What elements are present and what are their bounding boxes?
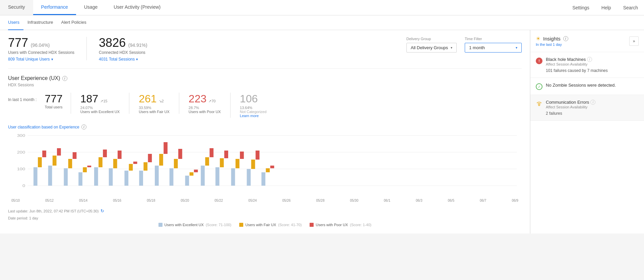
ok-icon: ✓	[536, 83, 542, 90]
svg-rect-50	[247, 169, 251, 186]
delivery-group-select[interactable]: All Delivery Groups ▾	[406, 43, 457, 53]
svg-text:200: 200	[17, 151, 25, 154]
connected-users-value: 777	[8, 36, 28, 50]
time-filter-group: Time Filter 1 month ▾	[465, 37, 522, 53]
learn-more-link[interactable]: Learn more	[240, 114, 267, 118]
legend-dot-poor	[310, 223, 314, 227]
svg-text:300: 300	[17, 134, 25, 137]
nav-tab-user-activity[interactable]: User Activity (Preview)	[106, 0, 169, 15]
main-content: 777 (96.04%) Users with Connected HDX Se…	[0, 30, 644, 234]
legend-dot-fair	[239, 223, 243, 227]
svg-rect-46	[224, 151, 228, 158]
comm-errors-info-icon[interactable]: i	[590, 100, 595, 105]
legend-excellent: Users with Excellent UX (Score: 71-100)	[158, 223, 232, 227]
right-panel: ☀ Insights i In the last 1 day » !	[530, 30, 644, 234]
chart-footer: Last update: Jun 8th, 2022, 07:42 PM IST…	[8, 208, 522, 213]
svg-rect-36	[174, 159, 178, 168]
top-nav-left: SecurityPerformanceUsageUser Activity (P…	[0, 0, 566, 15]
svg-rect-43	[210, 148, 214, 157]
nav-tab-usage[interactable]: Usage	[76, 0, 106, 15]
ux-stat-uncategorized: 106 13.64% Not Categorized Learn more	[230, 93, 276, 118]
ux-poor-pct: 28.7%	[189, 106, 221, 110]
svg-rect-55	[270, 166, 274, 168]
comm-errors-name: Communication Errors i	[546, 100, 595, 105]
top-nav: SecurityPerformanceUsageUser Activity (P…	[0, 0, 644, 15]
stats-row: 777 (96.04%) Users with Connected HDX Se…	[8, 37, 522, 69]
svg-rect-21	[99, 157, 103, 167]
svg-rect-30	[143, 162, 147, 171]
svg-rect-32	[155, 166, 159, 186]
insight-black-hole-header: ! Black hole Machines i Affect Session A…	[536, 57, 639, 66]
ux-poor-label: Users with Poor UX	[189, 110, 221, 114]
ux-fair-pct: 33.59%	[139, 106, 170, 110]
time-filter-label: Time Filter	[465, 37, 522, 41]
insights-header-left: ☀ Insights i In the last 1 day	[536, 35, 568, 46]
ux-excellent-trend: ↗15	[100, 99, 107, 103]
connected-sessions-block: 3826 (94.91%) Connected HDX Sessions 403…	[99, 37, 159, 62]
ux-info-icon[interactable]: i	[62, 76, 67, 81]
ux-uncategorized-label: Not Categorized	[240, 110, 267, 114]
svg-rect-14	[64, 168, 68, 186]
insight-black-hole: ! Black hole Machines i Affect Session A…	[530, 52, 644, 78]
svg-rect-31	[148, 154, 152, 162]
svg-rect-54	[266, 168, 270, 172]
chart-info-icon[interactable]: i	[81, 124, 86, 129]
insights-subtitle: In the last 1 day	[536, 42, 568, 46]
nav-right-help[interactable]: Help	[595, 5, 617, 10]
sub-nav-users[interactable]: Users	[8, 15, 23, 30]
connected-sessions-number: 3826 (94.91%)	[99, 37, 147, 49]
svg-rect-44	[215, 167, 219, 186]
svg-rect-20	[94, 167, 98, 186]
insight-zombie-header: ✓ No Zombie Sessions were detected.	[536, 83, 639, 90]
svg-rect-26	[124, 171, 128, 186]
svg-rect-52	[256, 151, 260, 160]
ux-poor-num: 223	[189, 93, 206, 105]
svg-rect-28	[133, 162, 137, 164]
svg-rect-13	[57, 148, 61, 156]
ux-fair-label: Users with Fair UX	[139, 110, 170, 114]
ux-total-label: Total users	[45, 105, 62, 109]
svg-text:0: 0	[22, 184, 25, 188]
ux-excellent-pct: 24.07%	[80, 106, 120, 110]
delivery-group-label: Delivery Group	[406, 37, 457, 41]
svg-rect-35	[170, 168, 174, 186]
svg-rect-25	[118, 151, 122, 159]
connected-sessions-value: 3826	[99, 36, 126, 50]
insight-zombie: ✓ No Zombie Sessions were detected.	[530, 78, 644, 95]
nav-right-search[interactable]: Search	[617, 5, 644, 10]
ux-stat-total: 777 Total users	[45, 93, 70, 109]
bar-chart: 300 200 100 0	[8, 132, 522, 199]
svg-rect-15	[68, 159, 72, 168]
svg-rect-34	[164, 142, 168, 154]
black-hole-info-icon[interactable]: i	[587, 57, 592, 62]
total-sessions-link[interactable]: 4031 Total Sessions ▾	[99, 57, 147, 62]
svg-rect-18	[83, 167, 87, 172]
left-panel: 777 (96.04%) Users with Connected HDX Se…	[0, 30, 530, 234]
nav-right-settings[interactable]: Settings	[566, 5, 595, 10]
ux-fair-trend: ↘2	[159, 99, 164, 103]
svg-rect-10	[42, 151, 46, 157]
ux-uncategorized-pct: 13.64%	[240, 106, 267, 110]
svg-rect-23	[109, 168, 113, 186]
sub-nav-infrastructure[interactable]: Infrastructure	[23, 15, 57, 30]
svg-rect-45	[220, 158, 224, 167]
nav-tab-security[interactable]: Security	[0, 0, 33, 15]
comm-errors-affect: Affect Session Availability	[546, 105, 595, 109]
svg-rect-42	[205, 157, 209, 166]
delivery-group-filter: Delivery Group All Delivery Groups ▾	[406, 37, 457, 53]
wifi-warn-icon	[536, 100, 542, 107]
period-label: In last 1 month :	[8, 97, 37, 102]
time-filter-select[interactable]: 1 month ▾	[465, 43, 522, 53]
chart-area: 300 200 100 0	[8, 132, 522, 206]
sub-nav-alert-policies[interactable]: Alert Policies	[57, 15, 90, 30]
legend-fair: Users with Fair UX (Score: 41-70)	[239, 223, 302, 227]
nav-tab-performance[interactable]: Performance	[33, 0, 76, 15]
insights-info-icon[interactable]: i	[563, 36, 568, 41]
expand-insights-button[interactable]: »	[629, 36, 639, 46]
svg-rect-51	[251, 160, 255, 169]
ux-excellent-label: Users with Excellent UX	[80, 110, 120, 114]
total-unique-users-link[interactable]: 809 Total Unique Users ▾	[8, 57, 74, 62]
refresh-icon[interactable]: ↻	[101, 208, 104, 213]
bulb-icon: ☀	[536, 35, 540, 42]
svg-rect-47	[231, 168, 235, 186]
